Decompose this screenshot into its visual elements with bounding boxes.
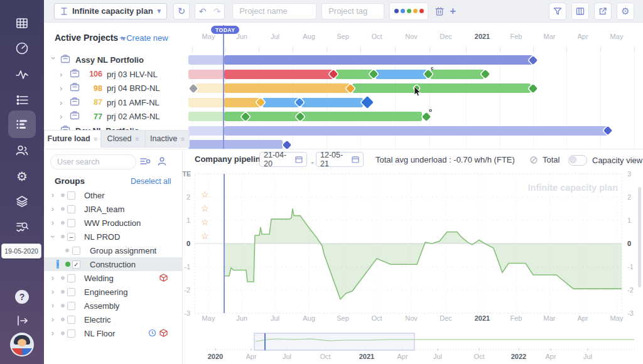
gantt-bar-segment[interactable] (188, 112, 224, 121)
refresh-button[interactable]: ↻ (173, 3, 190, 19)
checkbox-empty[interactable] (67, 329, 75, 338)
chevron-icon[interactable]: › (51, 191, 54, 200)
checkbox-empty[interactable] (67, 316, 75, 324)
filter-button[interactable] (549, 3, 566, 20)
chevron-icon[interactable]: › (49, 57, 58, 63)
columns-button[interactable] (571, 3, 589, 20)
undo-button[interactable]: ↶ (199, 6, 207, 16)
tab-inactive[interactable]: Inactive≡ (145, 130, 190, 147)
checkbox-empty[interactable] (67, 302, 75, 310)
gantt-bar-segment[interactable] (188, 55, 224, 65)
timeline-navigator[interactable]: 2020AprJulOct2021AprJulOct2022AprJul (182, 331, 643, 364)
list-icon[interactable] (0, 92, 44, 108)
gantt-row-label[interactable]: ›Assy NL Portfolio (44, 53, 190, 67)
gantt-row-label[interactable]: ›77prj 02 AMS-NL (44, 110, 190, 124)
gantt-bar-segment[interactable] (188, 98, 224, 107)
gauge-icon[interactable] (0, 40, 44, 56)
sidebar-item-gantt-active[interactable] (8, 110, 36, 138)
gantt-row-label[interactable]: ›106prj 03 HLV-NL (44, 67, 190, 81)
chevron-icon[interactable]: › (51, 274, 54, 282)
checkbox-empty[interactable] (67, 205, 75, 213)
group-item-engineering[interactable]: ›Engineering (44, 285, 182, 299)
export-button[interactable] (594, 3, 612, 20)
gantt-bar-segment[interactable] (224, 98, 260, 107)
trash-icon[interactable] (435, 6, 445, 16)
gantt-bar-segment[interactable] (196, 83, 224, 93)
chevron-icon[interactable]: › (51, 205, 54, 213)
gantt-bar-segment[interactable] (335, 70, 373, 79)
checkbox-empty[interactable] (67, 191, 75, 200)
date-to-input[interactable]: 12-05-21 (316, 152, 364, 167)
checkbox-indeterminate[interactable]: – (67, 233, 75, 241)
tag-color-dots[interactable] (389, 3, 428, 20)
group-item-group-assignment[interactable]: Group assignment (44, 244, 182, 257)
project-name-input[interactable] (232, 3, 316, 19)
logout-icon[interactable] (0, 313, 44, 329)
project-tag-input[interactable] (322, 3, 384, 19)
settings-button[interactable]: ⚙ (617, 3, 634, 20)
layers-icon[interactable] (0, 193, 44, 210)
chevron-icon[interactable]: › (60, 83, 66, 93)
checkbox-empty[interactable] (67, 219, 75, 227)
gantt-bar-segment[interactable] (188, 140, 283, 149)
checkbox-empty[interactable] (67, 288, 75, 296)
group-item-assembly[interactable]: ›Assembly (44, 299, 182, 313)
milestone-diamond[interactable] (283, 140, 291, 149)
group-item-construction[interactable]: ›✓Construction (44, 257, 182, 271)
gantt-bar-segment[interactable] (352, 83, 531, 93)
chevron-icon[interactable]: › (48, 235, 57, 238)
gantt-bar-segment[interactable] (430, 70, 484, 79)
people-icon[interactable] (0, 142, 44, 158)
search-list-icon[interactable] (0, 218, 44, 235)
plan-selector-dropdown[interactable]: Infinite capacity plan ▾ (54, 3, 167, 19)
chevron-icon[interactable]: › (57, 260, 59, 269)
gantt-bar-segment[interactable] (224, 70, 333, 79)
group-item-electric[interactable]: ›Electric (44, 313, 182, 326)
gantt-bar-segment[interactable] (262, 98, 299, 107)
gantt-bar-segment[interactable] (188, 70, 224, 79)
checkbox-empty[interactable] (72, 247, 80, 255)
tab-future-load[interactable]: Future load≡ (44, 130, 101, 147)
grid-icon[interactable] (0, 15, 44, 31)
chevron-icon[interactable]: › (51, 301, 54, 310)
add-button[interactable]: + (450, 5, 456, 18)
milestone-diamond[interactable] (361, 96, 374, 109)
toggle-switch-off[interactable] (568, 155, 587, 166)
chevron-icon[interactable]: › (51, 315, 54, 324)
gantt-bar-segment[interactable] (376, 70, 427, 79)
chevron-icon[interactable]: › (60, 112, 66, 121)
help-icon[interactable]: ? (0, 289, 44, 305)
user-search-input[interactable] (50, 154, 136, 169)
sort-filter-icon[interactable] (139, 156, 151, 169)
capacity-view-toggle[interactable]: Capacity view (568, 155, 642, 166)
deselect-all-link[interactable]: Deselect all (131, 177, 171, 186)
chevron-icon[interactable]: › (51, 329, 54, 338)
gantt-bar-segment[interactable] (301, 98, 363, 107)
chevron-icon[interactable]: › (51, 287, 54, 296)
checkbox-empty[interactable] (67, 274, 75, 282)
date-from-input[interactable]: 21-04-20 (259, 152, 307, 167)
gantt-bar-segment[interactable] (224, 126, 608, 136)
avatar[interactable] (0, 333, 44, 356)
total-toggle[interactable]: Total (529, 155, 559, 164)
chevron-icon[interactable]: › (51, 218, 54, 227)
gantt-bar-segment[interactable] (224, 112, 422, 121)
group-item-welding[interactable]: ›Welding (44, 271, 182, 285)
group-item-nl-floor[interactable]: ›NL Floor (44, 326, 182, 340)
gantt-row-label[interactable]: ›87prj 01 AMF-NL (44, 95, 190, 109)
chevron-icon[interactable]: › (60, 98, 66, 107)
gantt-bar-segment[interactable] (188, 126, 224, 136)
pulse-icon[interactable] (0, 67, 44, 83)
user-icon[interactable] (157, 156, 167, 169)
gantt-row-label[interactable]: ›98prj 04 BRD-NL (44, 82, 190, 95)
tab-closed[interactable]: Closed≡ (101, 130, 145, 147)
chevron-icon[interactable]: › (60, 70, 66, 79)
group-item-other[interactable]: ›Other☆ (44, 188, 182, 202)
timeline-selection-window[interactable] (254, 333, 414, 350)
group-item-jira_team[interactable]: ›JIRA_team☆ (44, 202, 182, 216)
vertical-scrollbar[interactable] (638, 187, 641, 287)
group-item-nl-prod[interactable]: ›–NL PROD☆ (44, 230, 182, 244)
active-projects-title[interactable]: Active Projects▾ (55, 33, 126, 43)
gantt-bar-segment[interactable] (224, 55, 533, 65)
gear-icon[interactable]: ⚙ (0, 168, 44, 185)
